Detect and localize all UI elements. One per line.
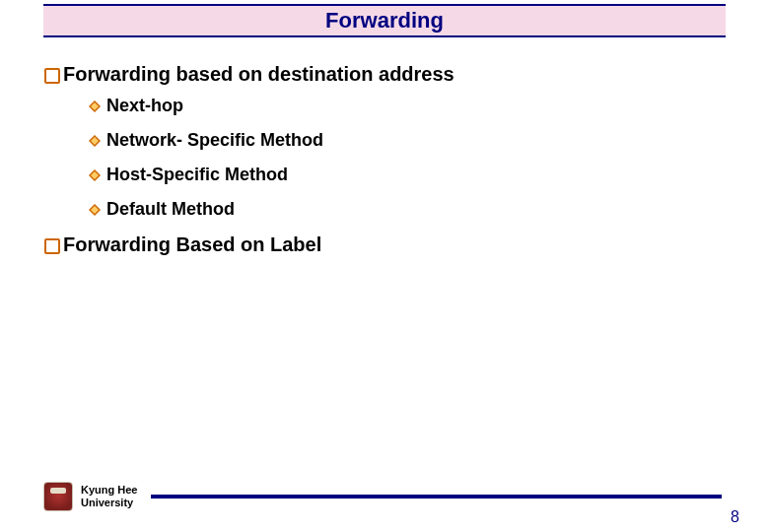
- diamond-bullet-icon: [89, 169, 101, 181]
- list-item-text: Network- Specific Method: [106, 130, 323, 151]
- list-item-text: Default Method: [106, 199, 235, 220]
- list-item: Host-Specific Method: [89, 165, 726, 185]
- diamond-bullet-icon: [89, 100, 101, 112]
- university-line2: University: [81, 497, 137, 509]
- section-2-text: Forwarding Based on Label: [63, 233, 321, 256]
- content-area: Forwarding based on destination address …: [43, 57, 726, 266]
- footer: Kyung Hee University: [43, 479, 739, 514]
- diamond-bullet-icon: [89, 135, 101, 147]
- list-item: Next-hop: [89, 96, 726, 116]
- diamond-bullet-icon: [89, 204, 101, 216]
- section-2: Forwarding Based on Label: [43, 233, 726, 256]
- square-bullet-icon: [43, 237, 57, 251]
- list-item-text: Next-hop: [106, 96, 183, 116]
- section-1-items: Next-hop Network- Specific Method Host-S…: [89, 96, 726, 220]
- page-number: 8: [731, 508, 739, 526]
- list-item-text: Host-Specific Method: [106, 165, 288, 185]
- university-line1: Kyung Hee: [81, 484, 137, 497]
- section-1: Forwarding based on destination address: [43, 63, 726, 86]
- slide: Forwarding Forwarding based on destinati…: [0, 0, 769, 532]
- square-bullet-icon: [43, 67, 57, 81]
- list-item: Network- Specific Method: [89, 130, 726, 151]
- university-name: Kyung Hee University: [81, 484, 137, 508]
- slide-title: Forwarding: [325, 8, 444, 33]
- footer-rule-wrap: [151, 495, 722, 499]
- section-1-text: Forwarding based on destination address: [63, 63, 454, 86]
- footer-rule: [151, 495, 722, 499]
- title-band: Forwarding: [43, 4, 726, 37]
- university-logo-icon: [43, 482, 73, 511]
- list-item: Default Method: [89, 199, 726, 220]
